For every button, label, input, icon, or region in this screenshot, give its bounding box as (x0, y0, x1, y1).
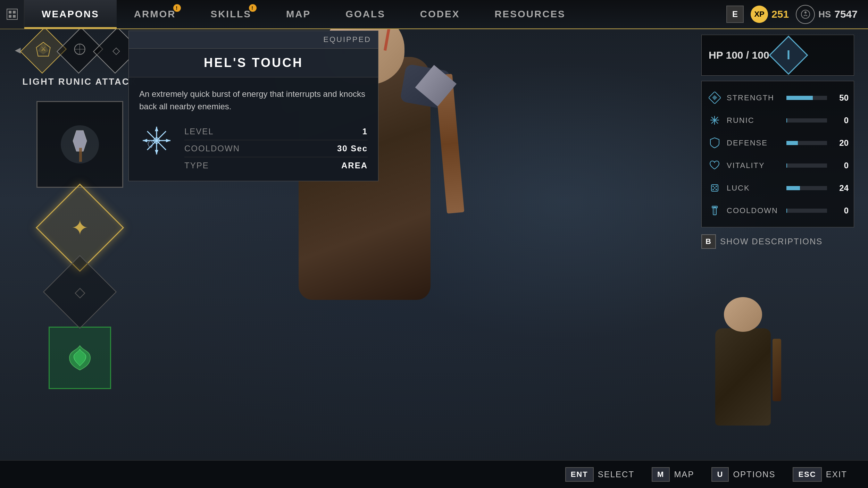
stat-bars-panel: STRENGTH 50 RUNIC 0 (701, 81, 854, 227)
weapon-slot-compass[interactable] (64, 35, 95, 66)
options-label: OPTIONS (733, 470, 775, 479)
tab-weapons[interactable]: WEAPONS (24, 0, 117, 28)
bottom-bar: ENT SELECT M MAP U OPTIONS ESC EXIT (0, 460, 868, 488)
defense-icon (707, 135, 723, 151)
right-panel: HP 100 / 100 I STRENGTH 50 (701, 35, 854, 249)
xp-icon: XP (751, 6, 768, 23)
weapon-slots: ◄ ⚔ (14, 35, 146, 66)
runic-attack-image (36, 101, 123, 188)
empty-runic-slot[interactable]: ◇ (43, 255, 117, 329)
luck-bar-fill (786, 186, 800, 190)
equipped-label: EQUIPPED (129, 31, 378, 49)
enchantment-slot[interactable] (49, 327, 111, 389)
defense-bar-fill (786, 141, 798, 145)
cooldown-bar-fill (786, 209, 787, 213)
left-panel: ◄ ⚔ (14, 35, 146, 389)
options-key[interactable]: U (711, 467, 729, 482)
stat-cooldown: COOLDOWN 30 Sec (184, 140, 368, 157)
section-title: LIGHT RUNIC ATTACK (14, 76, 146, 87)
svg-marker-21 (166, 139, 170, 142)
svg-rect-13 (79, 148, 82, 162)
map-label: MAP (674, 470, 694, 479)
cooldown-bar-track (786, 209, 827, 213)
vitality-bar-fill (786, 163, 787, 168)
level-value: I (787, 48, 790, 62)
tab-armor[interactable]: ARMOR ! (117, 0, 193, 28)
stat-type: TYPE AREA (184, 157, 368, 174)
map-key[interactable]: M (652, 467, 670, 482)
hs-display: HS 7547 (796, 5, 858, 24)
luck-icon (707, 180, 723, 196)
action-map: M MAP (652, 467, 694, 482)
e-button[interactable]: E (726, 6, 744, 23)
svg-rect-3 (9, 15, 11, 18)
svg-point-31 (712, 189, 714, 190)
vitality-bar-track (786, 163, 827, 168)
weapon-slot-axe[interactable]: ⚔ (28, 35, 59, 66)
svg-marker-20 (143, 139, 147, 142)
select-key[interactable]: ENT (565, 467, 594, 482)
tab-map[interactable]: MAP (269, 0, 328, 28)
skills-warning-badge: ! (249, 4, 257, 12)
weapon-slot-shield[interactable]: ◇ (101, 35, 132, 66)
svg-rect-2 (13, 11, 16, 14)
hs-value: 7547 (834, 8, 858, 20)
action-exit: ESC EXIT (793, 467, 847, 482)
show-descriptions-row: B SHOW DESCRIPTIONS (701, 234, 854, 249)
action-options: U OPTIONS (711, 467, 775, 482)
tab-goals[interactable]: GOALS (328, 0, 403, 28)
armor-warning-badge: ! (173, 4, 181, 12)
exit-key[interactable]: ESC (793, 467, 821, 482)
svg-marker-18 (155, 127, 158, 131)
ability-body: An extremely quick burst of energy that … (129, 77, 378, 181)
tab-codex[interactable]: CODEX (403, 0, 477, 28)
hp-label: HP 100 / 100 (709, 49, 769, 61)
ability-description: An extremely quick burst of energy that … (139, 88, 368, 113)
runic-icon (707, 112, 723, 128)
svg-text:⚔: ⚔ (41, 45, 46, 52)
svg-rect-1 (9, 11, 11, 14)
stat-vitality: VITALITY 0 (707, 154, 849, 177)
stat-level: LEVEL 1 (184, 123, 368, 140)
vitality-icon (707, 158, 723, 173)
svg-point-32 (716, 189, 717, 190)
xp-value: 251 (771, 8, 789, 20)
svg-point-6 (804, 11, 807, 14)
exit-label: EXIT (826, 470, 847, 479)
stat-cooldown: COOLDOWN 0 (707, 199, 849, 222)
hp-bar-container: HP 100 / 100 I (701, 35, 854, 76)
svg-rect-0 (7, 9, 17, 19)
select-label: SELECT (598, 470, 634, 479)
stat-luck: LUCK 24 (707, 177, 849, 199)
b-button[interactable]: B (701, 234, 716, 249)
runic-bar-fill (786, 118, 787, 123)
hs-label: HS (818, 9, 831, 20)
action-select: ENT SELECT (565, 467, 634, 482)
svg-point-33 (714, 187, 716, 189)
strength-bar-fill (786, 96, 813, 100)
show-descriptions-label: SHOW DESCRIPTIONS (720, 237, 823, 246)
svg-point-30 (716, 186, 717, 187)
ability-title: HEL'S TOUCH (129, 49, 378, 77)
info-panel: EQUIPPED HEL'S TOUCH An extremely quick … (128, 31, 378, 181)
strength-bar-track (786, 96, 827, 100)
stat-defense: DEFENSE 20 (707, 132, 849, 154)
tab-resources[interactable]: RESOURCES (477, 0, 583, 28)
home-icon[interactable] (0, 0, 24, 29)
ability-stats: LEVEL 1 COOLDOWN 30 Sec TYPE AREA (139, 123, 368, 174)
cooldown-icon (707, 203, 723, 218)
runic-attack-icon (139, 123, 174, 158)
strength-icon (707, 90, 723, 106)
hs-icon (796, 5, 815, 24)
tab-skills[interactable]: SKILLS ! (193, 0, 269, 28)
xp-display: XP 251 (751, 6, 789, 23)
stat-runic: RUNIC 0 (707, 109, 849, 132)
svg-marker-19 (155, 150, 158, 154)
luck-bar-track (786, 186, 827, 190)
nav-right: E XP 251 HS 7547 (726, 5, 868, 24)
runic-bar-track (786, 118, 827, 123)
nav-tabs: WEAPONS ARMOR ! SKILLS ! MAP GOALS CODEX… (24, 0, 726, 28)
top-navigation: WEAPONS ARMOR ! SKILLS ! MAP GOALS CODEX… (0, 0, 868, 29)
svg-point-5 (801, 10, 810, 18)
svg-rect-4 (13, 15, 16, 18)
